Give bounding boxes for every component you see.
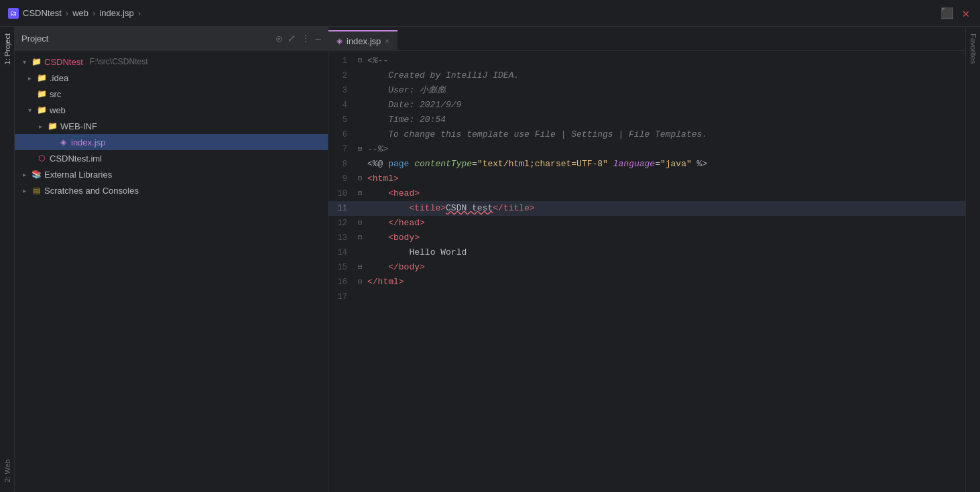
folder-icon-web: 📁 bbox=[36, 105, 47, 115]
crumb-web[interactable]: web bbox=[72, 8, 88, 18]
code-line-9: 9 ⊟ <html> bbox=[328, 172, 965, 186]
code-line-7: 7 ⊟ --%> bbox=[328, 142, 965, 157]
line-content-3: User: 小彪彪 bbox=[365, 83, 965, 98]
sidebar-item-project[interactable]: 1: Project bbox=[1, 29, 13, 68]
editor-tab-index-jsp[interactable]: ◈ index.jsp × bbox=[328, 30, 397, 50]
line-content-9: <html> bbox=[365, 172, 965, 186]
chevron-scratches bbox=[20, 186, 28, 194]
tab-close-button[interactable]: × bbox=[385, 37, 389, 45]
crumb-file[interactable]: index.jsp bbox=[99, 8, 133, 18]
tree-item-iml[interactable]: ⬡ CSDNtest.iml bbox=[15, 150, 328, 166]
label-src: src bbox=[50, 89, 61, 99]
code-line-16: 16 ⊟ </html> bbox=[328, 275, 965, 290]
line-num-7: 7 bbox=[328, 142, 355, 157]
file-icon-index-jsp: ◈ bbox=[58, 137, 68, 147]
project-panel-title: Project bbox=[21, 34, 271, 44]
line-content-7: --%> bbox=[365, 142, 965, 157]
chevron-idea bbox=[25, 74, 34, 82]
code-line-15: 15 ⊟ </body> bbox=[328, 260, 965, 275]
fold-12[interactable]: ⊟ bbox=[355, 216, 365, 231]
fold-16[interactable]: ⊟ bbox=[355, 275, 365, 290]
line-content-2: Created by IntelliJ IDEA. bbox=[365, 68, 965, 83]
tree-item-idea[interactable]: 📁 .idea bbox=[15, 70, 328, 86]
project-panel-header: Project ◎ ⤢ ⋮ — bbox=[15, 27, 328, 51]
tree-item-src[interactable]: 📁 src bbox=[15, 86, 328, 102]
label-scratches: Scratches and Consoles bbox=[44, 186, 139, 196]
target-icon[interactable]: ◎ bbox=[276, 33, 282, 44]
line-num-5: 5 bbox=[328, 113, 355, 127]
line-content-11: <title>CSDN test</title> bbox=[365, 201, 965, 216]
code-line-14: 14 Hello World bbox=[328, 245, 965, 260]
line-content-6: To change this template use File | Setti… bbox=[365, 127, 965, 142]
close-icon[interactable]: ✕ bbox=[960, 7, 972, 19]
expand-icon[interactable]: ⬛ bbox=[941, 7, 953, 19]
folder-icon-csdn: 📁 bbox=[31, 56, 42, 67]
fold-1[interactable]: ⊟ bbox=[355, 54, 365, 68]
label-idea: .idea bbox=[50, 73, 68, 83]
fold-10[interactable]: ⊟ bbox=[355, 186, 365, 201]
title-bar-actions: ⬛ ✕ bbox=[941, 7, 972, 19]
line-num-13: 13 bbox=[328, 231, 355, 245]
line-num-17: 17 bbox=[328, 290, 355, 304]
tree-item-web-inf[interactable]: 📁 WEB-INF bbox=[15, 118, 328, 134]
crumb-project[interactable]: CSDNtest bbox=[23, 8, 62, 18]
code-line-11: 11 <title>CSDN test</title> bbox=[328, 201, 965, 216]
label-web-inf: WEB-INF bbox=[60, 121, 97, 131]
line-num-14: 14 bbox=[328, 245, 355, 260]
sidebar-item-web[interactable]: 2: Web bbox=[1, 455, 13, 487]
left-tab-strip: 1: Project 2: Web bbox=[0, 27, 15, 492]
fold-9[interactable]: ⊟ bbox=[355, 172, 365, 186]
code-line-2: 2 Created by IntelliJ IDEA. bbox=[328, 68, 965, 83]
line-num-16: 16 bbox=[328, 275, 355, 290]
line-num-10: 10 bbox=[328, 186, 355, 201]
line-num-1: 1 bbox=[328, 54, 355, 68]
tree-item-csdn-root[interactable]: 📁 CSDNtest F:\src\CSDNtest bbox=[15, 54, 328, 70]
label-iml: CSDNtest.iml bbox=[50, 153, 102, 164]
folder-icon-scratches: ▤ bbox=[31, 185, 42, 196]
file-icon-iml: ⬡ bbox=[36, 153, 47, 164]
collapse-icon[interactable]: ⤢ bbox=[288, 33, 296, 44]
tree-item-index-jsp[interactable]: ◈ index.jsp bbox=[15, 134, 328, 150]
project-panel: Project ◎ ⤢ ⋮ — 📁 CSDNtest F:\src\CSDNte… bbox=[15, 27, 328, 492]
minimize-icon[interactable]: — bbox=[316, 34, 321, 44]
line-num-11: 11 bbox=[328, 201, 355, 216]
chevron-web-inf bbox=[36, 122, 44, 130]
code-line-13: 13 ⊟ <body> bbox=[328, 231, 965, 245]
chevron-external-libs bbox=[20, 170, 28, 178]
folder-icon-external-libs: 📚 bbox=[31, 169, 42, 180]
code-line-5: 5 Time: 20:54 bbox=[328, 113, 965, 127]
line-content-8: <%@ page contentType="text/html;charset=… bbox=[365, 157, 965, 172]
code-line-4: 4 Date: 2021/9/9 bbox=[328, 98, 965, 113]
line-content-13: <body> bbox=[365, 231, 965, 245]
code-line-6: 6 To change this template use File | Set… bbox=[328, 127, 965, 142]
label-csdn-root: CSDNtest bbox=[44, 57, 83, 67]
title-bar: 🗂 CSDNtest › web › index.jsp › ⬛ ✕ bbox=[0, 0, 980, 27]
code-line-8: 8 <%@ page contentType="text/html;charse… bbox=[328, 157, 965, 172]
code-editor[interactable]: 1 ⊟ <%-- 2 Created by IntelliJ IDEA. 3 U… bbox=[328, 51, 965, 492]
title-breadcrumb: 🗂 CSDNtest › web › index.jsp › bbox=[8, 8, 936, 19]
tree-item-scratches[interactable]: ▤ Scratches and Consoles bbox=[15, 182, 328, 198]
more-icon[interactable]: ⋮ bbox=[301, 33, 310, 44]
tree-item-web[interactable]: 📁 web bbox=[15, 102, 328, 118]
project-tree: 📁 CSDNtest F:\src\CSDNtest 📁 .idea 📁 src… bbox=[15, 51, 328, 492]
line-content-4: Date: 2021/9/9 bbox=[365, 98, 965, 113]
editor-area: ◈ index.jsp × 1 ⊟ <%-- 2 Created by Inte… bbox=[328, 27, 965, 492]
main-layout: 1: Project 2: Web Project ◎ ⤢ ⋮ — 📁 CSDN… bbox=[0, 27, 980, 492]
tree-item-external-libs[interactable]: 📚 External Libraries bbox=[15, 166, 328, 182]
line-content-14: Hello World bbox=[365, 245, 965, 260]
line-num-3: 3 bbox=[328, 83, 355, 98]
tab-filename: index.jsp bbox=[347, 36, 381, 46]
line-num-15: 15 bbox=[328, 260, 355, 275]
folder-icon-src: 📁 bbox=[36, 88, 47, 99]
line-num-6: 6 bbox=[328, 127, 355, 142]
right-tab-strip: Favorites bbox=[965, 27, 980, 492]
folder-icon-idea: 📁 bbox=[36, 72, 47, 83]
fold-7[interactable]: ⊟ bbox=[355, 142, 365, 157]
tab-file-icon: ◈ bbox=[336, 36, 343, 46]
line-content-15: </body> bbox=[365, 260, 965, 275]
sidebar-item-favorites[interactable]: Favorites bbox=[967, 29, 979, 68]
fold-13[interactable]: ⊟ bbox=[355, 231, 365, 245]
code-line-10: 10 ⊟ <head> bbox=[328, 186, 965, 201]
fold-15[interactable]: ⊟ bbox=[355, 260, 365, 275]
line-num-12: 12 bbox=[328, 216, 355, 231]
